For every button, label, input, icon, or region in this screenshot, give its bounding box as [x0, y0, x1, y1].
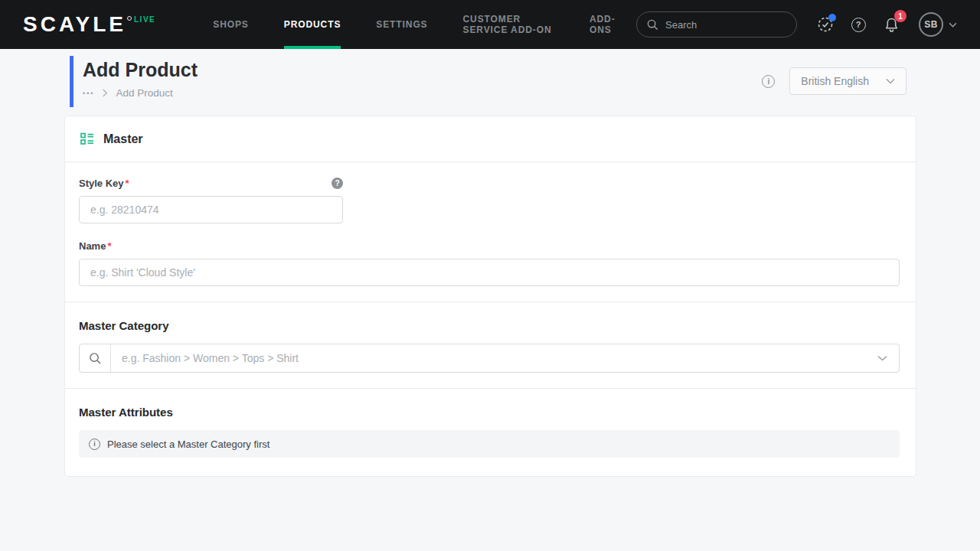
- search-icon: [80, 344, 111, 372]
- chevron-right-icon: [102, 89, 108, 97]
- notification-count-badge: 1: [894, 10, 906, 22]
- page-content: Add Product ••• Add Product i British En…: [0, 49, 980, 477]
- breadcrumb-current: Add Product: [116, 87, 172, 99]
- screen: SCAYLE LIVE SHOPS PRODUCTS SETTINGS CUST…: [0, 0, 980, 551]
- master-card: Master Style Key* ? Name* Master Categor…: [64, 116, 916, 477]
- notifications-bell-icon[interactable]: 1: [883, 16, 900, 33]
- nav-item-add-ons[interactable]: ADD-ONS: [572, 0, 636, 49]
- language-selector[interactable]: British English: [789, 67, 906, 95]
- info-icon: i: [89, 439, 100, 450]
- attributes-info-banner: i Please select a Master Category first: [79, 430, 900, 458]
- nav-item-products[interactable]: PRODUCTS: [266, 0, 359, 49]
- breadcrumb-ellipsis[interactable]: •••: [83, 90, 94, 97]
- product-name-input[interactable]: [79, 259, 900, 286]
- master-section-header: Master: [65, 116, 916, 162]
- master-attributes-title: Master Attributes: [79, 406, 900, 419]
- master-section-title: Master: [103, 132, 143, 146]
- chevron-down-icon[interactable]: [866, 355, 899, 361]
- live-environment-badge: LIVE: [134, 15, 155, 24]
- style-key-label: Style Key*: [79, 178, 129, 189]
- search-icon: [647, 19, 658, 31]
- logo-wordmark: SCAYLE: [23, 12, 126, 37]
- master-list-icon: [80, 132, 94, 145]
- chevron-down-icon: [949, 22, 957, 28]
- nav-icon-group: ? 1 SB: [817, 12, 957, 37]
- master-category-select[interactable]: [79, 344, 900, 373]
- scayle-logo[interactable]: SCAYLE LIVE: [23, 12, 155, 37]
- account-menu[interactable]: SB: [919, 12, 957, 37]
- help-icon[interactable]: ?: [850, 16, 867, 33]
- tasks-alert-dot: [828, 14, 836, 21]
- nav-item-settings[interactable]: SETTINGS: [358, 0, 445, 49]
- language-selector-value: British English: [801, 75, 869, 87]
- style-key-input[interactable]: [79, 196, 343, 223]
- global-search[interactable]: [636, 11, 797, 37]
- chevron-down-icon: [886, 78, 895, 84]
- name-label: Name*: [79, 240, 111, 252]
- logo-ring-icon: [127, 16, 132, 21]
- nav-item-customer-service-add-on[interactable]: CUSTOMER SERVICE ADD-ON: [446, 0, 572, 49]
- header-right-controls: i British English: [762, 67, 906, 95]
- top-navigation-bar: SCAYLE LIVE SHOPS PRODUCTS SETTINGS CUST…: [0, 0, 980, 49]
- master-category-title: Master Category: [79, 319, 900, 332]
- basic-fields-section: Style Key* ? Name*: [65, 162, 916, 302]
- main-nav-menu: SHOPS PRODUCTS SETTINGS CUSTOMER SERVICE…: [195, 0, 636, 49]
- style-key-help-icon[interactable]: ?: [332, 178, 343, 189]
- master-category-section: Master Category: [65, 302, 916, 389]
- avatar: SB: [919, 12, 943, 37]
- required-asterisk: *: [107, 240, 111, 252]
- master-attributes-section: Master Attributes i Please select a Mast…: [65, 389, 916, 476]
- info-icon[interactable]: i: [762, 75, 775, 88]
- master-category-input[interactable]: [111, 352, 866, 364]
- search-input[interactable]: [665, 19, 800, 31]
- required-asterisk: *: [126, 178, 129, 189]
- attributes-info-message: Please select a Master Category first: [107, 439, 270, 450]
- tasks-icon[interactable]: [817, 16, 834, 33]
- nav-item-shops[interactable]: SHOPS: [195, 0, 266, 49]
